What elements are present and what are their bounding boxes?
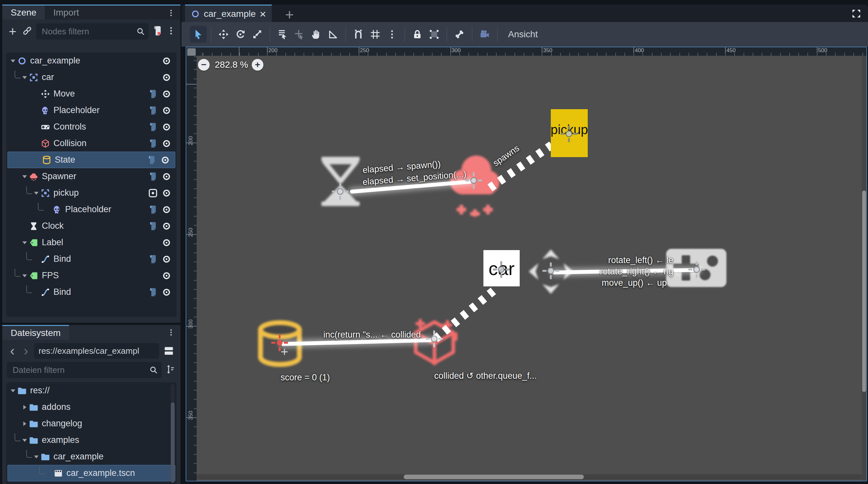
tree-row-examples[interactable]: examples (6, 432, 177, 448)
visibility-eye-icon[interactable] (161, 106, 172, 115)
add-node-button[interactable]: + (7, 27, 19, 36)
chevron-right-icon[interactable] (21, 421, 29, 426)
instance-scene-link-icon[interactable] (22, 25, 33, 38)
chevron-down-icon[interactable] (21, 272, 29, 280)
pan-tool-button[interactable] (308, 26, 324, 43)
back-icon[interactable]: ‹ (7, 344, 18, 357)
script-icon[interactable] (148, 205, 158, 215)
new-scene-tab-button[interactable]: + (285, 6, 294, 23)
tree-row-car-example-tscn[interactable]: car_example.tscn (7, 465, 175, 481)
visibility-eye-icon[interactable] (161, 172, 172, 182)
script-icon[interactable] (148, 139, 158, 149)
chevron-right-icon[interactable] (21, 405, 29, 410)
chevron-down-icon[interactable] (32, 453, 40, 461)
forward-icon[interactable]: › (21, 344, 31, 357)
tree-row-label[interactable]: Label (6, 234, 177, 251)
group-node-button[interactable] (426, 26, 442, 43)
tree-row-res-[interactable]: res:// (6, 382, 177, 399)
chevron-down-icon[interactable] (9, 387, 17, 395)
tree-row-collision[interactable]: Collision (6, 135, 177, 152)
lock-node-button[interactable] (409, 26, 426, 43)
camera-override-button[interactable] (476, 26, 493, 43)
rotate-tool-button[interactable] (232, 26, 249, 43)
script-icon[interactable] (148, 122, 158, 132)
tree-row-car-example[interactable]: car_example (6, 53, 177, 69)
visibility-eye-icon[interactable] (161, 139, 172, 149)
gizmo-pickup[interactable] (560, 125, 578, 143)
visibility-eye-icon[interactable] (161, 205, 172, 215)
visibility-eye-icon[interactable] (161, 188, 172, 198)
chevron-down-icon[interactable] (21, 239, 29, 247)
visibility-eye-icon[interactable] (161, 254, 172, 264)
script-icon[interactable] (148, 106, 158, 115)
gizmo-spawner[interactable] (465, 171, 483, 190)
script-icon[interactable] (146, 155, 157, 165)
canvas-vscrollbar-thumb[interactable] (862, 191, 866, 392)
canvas-2d[interactable]: pickup car spawns elapsed → spawn()) ela… (197, 56, 866, 481)
canvas-hscrollbar-thumb[interactable] (404, 475, 584, 479)
canvas-vscrollbar[interactable] (862, 56, 866, 481)
skeleton-bone-menu-icon[interactable] (451, 26, 468, 43)
script-icon[interactable] (148, 172, 158, 182)
tree-row-move[interactable]: Move (6, 86, 177, 102)
visibility-eye-icon[interactable] (161, 271, 172, 281)
grid-snap-toggle[interactable] (367, 26, 383, 43)
path-field[interactable]: res://examples/car_exampl (34, 343, 159, 359)
nodes-filter-input[interactable] (41, 26, 132, 37)
tree-row-changelog[interactable]: changelog (6, 415, 177, 432)
zoom-in-button[interactable]: + (252, 59, 264, 71)
move-tool-button[interactable] (215, 26, 232, 43)
script-icon[interactable] (148, 221, 158, 231)
fs-scrollbar[interactable] (171, 384, 175, 483)
gizmo-controls[interactable] (542, 262, 560, 280)
tab-dateisystem[interactable]: Dateisystem (2, 325, 69, 340)
ruler-tool-button[interactable] (324, 26, 341, 43)
visibility-eye-icon[interactable] (161, 56, 172, 66)
visibility-eye-icon[interactable] (161, 238, 172, 248)
tree-row-car-example[interactable]: car_example (6, 448, 177, 465)
tree-row-controls[interactable]: Controls (6, 119, 177, 135)
smart-snap-toggle[interactable] (350, 26, 367, 43)
select-tool-button[interactable] (190, 26, 207, 43)
chevron-down-icon[interactable] (21, 437, 29, 444)
tree-row-bind[interactable]: Bind (6, 284, 177, 300)
chevron-down-icon[interactable] (21, 173, 29, 181)
tree-row-bind[interactable]: Bind (6, 251, 177, 267)
gizmo-collision[interactable] (425, 330, 443, 348)
chevron-down-icon[interactable] (9, 57, 17, 65)
files-filter-input[interactable] (12, 365, 145, 376)
tab-szene[interactable]: Szene (2, 5, 45, 20)
open-instance-icon[interactable] (148, 188, 158, 198)
visibility-eye-icon[interactable] (161, 122, 172, 132)
zoom-level-label[interactable]: 282.8 % (215, 60, 248, 70)
script-icon[interactable] (148, 254, 158, 264)
tab-import[interactable]: Import (45, 5, 87, 20)
visibility-eye-icon[interactable] (160, 155, 171, 165)
zoom-out-button[interactable]: − (198, 59, 210, 71)
tree-row-placeholder[interactable]: Placeholder (6, 102, 177, 119)
tree-row-addons[interactable]: addons (6, 399, 177, 415)
chevron-down-icon[interactable] (32, 189, 40, 197)
close-icon[interactable]: × (259, 9, 266, 19)
visibility-eye-icon[interactable] (161, 221, 172, 231)
list-select-button[interactable] (274, 26, 291, 43)
detach-script-icon[interactable] (152, 25, 163, 38)
tree-row-car[interactable]: car (6, 69, 177, 86)
split-view-icon[interactable] (162, 345, 176, 357)
scene-tree-options-icon[interactable] (166, 26, 176, 37)
tree-row-pickup[interactable]: pickup (6, 185, 177, 201)
fs-dock-menu-icon[interactable] (166, 327, 176, 338)
sort-files-icon[interactable] (165, 364, 176, 376)
gizmo-gamepad[interactable] (687, 260, 706, 279)
script-icon[interactable] (148, 287, 158, 297)
script-icon[interactable] (148, 89, 158, 99)
scale-tool-button[interactable] (249, 26, 266, 43)
scene-tab-car-example[interactable]: car_example × (185, 4, 272, 22)
tree-row-placeholder[interactable]: Placeholder (6, 201, 177, 218)
view-menu-button[interactable]: Ansicht (505, 29, 541, 39)
snap-options-menu-icon[interactable] (383, 26, 400, 43)
tree-row-state[interactable]: State (7, 152, 175, 168)
canvas-hscrollbar[interactable] (197, 474, 862, 480)
visibility-eye-icon[interactable] (161, 89, 172, 99)
tree-row-clock[interactable]: Clock (6, 218, 177, 234)
